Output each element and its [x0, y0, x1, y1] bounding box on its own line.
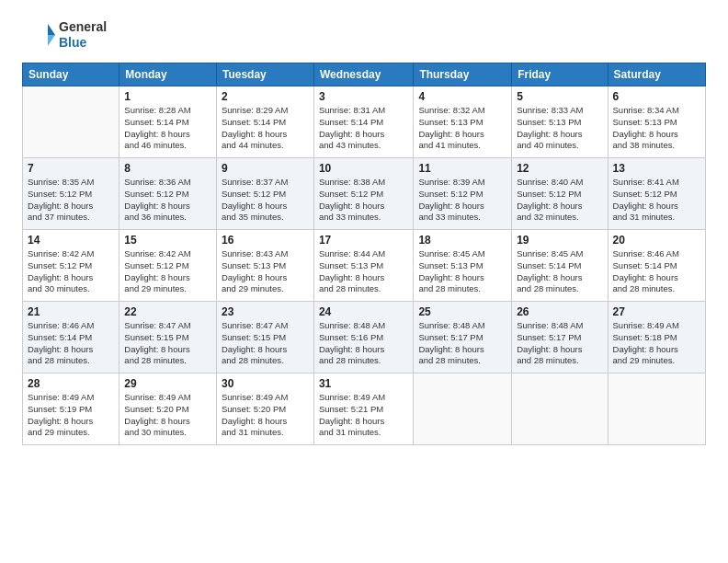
day-number: 2 [222, 90, 309, 103]
day-number: 28 [28, 377, 114, 390]
day-info: Sunrise: 8:46 AM Sunset: 5:14 PM Dayligh… [28, 320, 114, 367]
calendar-cell: 26Sunrise: 8:48 AM Sunset: 5:17 PM Dayli… [512, 302, 608, 373]
day-info: Sunrise: 8:44 AM Sunset: 5:13 PM Dayligh… [319, 248, 408, 295]
calendar-cell: 5Sunrise: 8:33 AM Sunset: 5:13 PM Daylig… [512, 86, 608, 158]
day-info: Sunrise: 8:40 AM Sunset: 5:12 PM Dayligh… [517, 177, 602, 224]
day-info: Sunrise: 8:41 AM Sunset: 5:12 PM Dayligh… [613, 177, 700, 224]
day-number: 26 [517, 305, 602, 318]
day-number: 14 [28, 234, 114, 247]
calendar-cell: 21Sunrise: 8:46 AM Sunset: 5:14 PM Dayli… [23, 302, 119, 373]
day-info: Sunrise: 8:46 AM Sunset: 5:14 PM Dayligh… [613, 248, 700, 295]
weekday-monday: Monday [119, 63, 217, 86]
calendar: SundayMondayTuesdayWednesdayThursdayFrid… [22, 63, 706, 445]
day-info: Sunrise: 8:48 AM Sunset: 5:16 PM Dayligh… [319, 320, 408, 367]
day-info: Sunrise: 8:49 AM Sunset: 5:19 PM Dayligh… [28, 392, 114, 439]
day-info: Sunrise: 8:37 AM Sunset: 5:12 PM Dayligh… [222, 177, 309, 224]
day-info: Sunrise: 8:32 AM Sunset: 5:13 PM Dayligh… [418, 105, 506, 152]
day-number: 16 [222, 234, 309, 247]
calendar-cell: 19Sunrise: 8:45 AM Sunset: 5:14 PM Dayli… [512, 230, 608, 302]
calendar-cell [512, 373, 608, 445]
calendar-cell: 4Sunrise: 8:32 AM Sunset: 5:13 PM Daylig… [414, 86, 512, 158]
calendar-cell: 24Sunrise: 8:48 AM Sunset: 5:16 PM Dayli… [313, 302, 413, 373]
day-info: Sunrise: 8:49 AM Sunset: 5:20 PM Dayligh… [124, 392, 211, 439]
calendar-cell: 6Sunrise: 8:34 AM Sunset: 5:13 PM Daylig… [608, 86, 705, 158]
day-number: 10 [319, 162, 408, 175]
day-number: 15 [124, 234, 211, 247]
calendar-cell: 12Sunrise: 8:40 AM Sunset: 5:12 PM Dayli… [512, 158, 608, 230]
calendar-cell: 22Sunrise: 8:47 AM Sunset: 5:15 PM Dayli… [119, 302, 217, 373]
day-info: Sunrise: 8:31 AM Sunset: 5:14 PM Dayligh… [319, 105, 408, 152]
day-info: Sunrise: 8:48 AM Sunset: 5:17 PM Dayligh… [517, 320, 602, 367]
day-info: Sunrise: 8:47 AM Sunset: 5:15 PM Dayligh… [124, 320, 211, 367]
day-info: Sunrise: 8:39 AM Sunset: 5:12 PM Dayligh… [418, 177, 506, 224]
day-number: 12 [517, 162, 602, 175]
calendar-cell [23, 86, 119, 158]
calendar-week-1: 7Sunrise: 8:35 AM Sunset: 5:12 PM Daylig… [23, 158, 706, 230]
calendar-header: SundayMondayTuesdayWednesdayThursdayFrid… [23, 63, 706, 86]
calendar-cell: 10Sunrise: 8:38 AM Sunset: 5:12 PM Dayli… [313, 158, 413, 230]
calendar-cell [414, 373, 512, 445]
calendar-cell: 27Sunrise: 8:49 AM Sunset: 5:18 PM Dayli… [608, 302, 705, 373]
day-info: Sunrise: 8:49 AM Sunset: 5:18 PM Dayligh… [613, 320, 700, 367]
day-info: Sunrise: 8:38 AM Sunset: 5:12 PM Dayligh… [319, 177, 408, 224]
calendar-cell: 17Sunrise: 8:44 AM Sunset: 5:13 PM Dayli… [313, 230, 413, 302]
day-number: 13 [613, 162, 700, 175]
day-number: 6 [613, 90, 700, 103]
logo-text-block: GeneralBlue [59, 19, 107, 51]
day-number: 4 [418, 90, 506, 103]
day-number: 20 [613, 234, 700, 247]
header: GeneralBlue [22, 18, 706, 52]
day-info: Sunrise: 8:42 AM Sunset: 5:12 PM Dayligh… [28, 248, 114, 295]
day-number: 31 [319, 377, 408, 390]
day-info: Sunrise: 8:36 AM Sunset: 5:12 PM Dayligh… [124, 177, 211, 224]
day-info: Sunrise: 8:43 AM Sunset: 5:13 PM Dayligh… [222, 248, 309, 295]
day-info: Sunrise: 8:49 AM Sunset: 5:20 PM Dayligh… [222, 392, 309, 439]
calendar-cell: 20Sunrise: 8:46 AM Sunset: 5:14 PM Dayli… [608, 230, 705, 302]
calendar-cell: 9Sunrise: 8:37 AM Sunset: 5:12 PM Daylig… [216, 158, 313, 230]
day-number: 7 [28, 162, 114, 175]
day-info: Sunrise: 8:49 AM Sunset: 5:21 PM Dayligh… [319, 392, 408, 439]
weekday-friday: Friday [512, 63, 608, 86]
weekday-saturday: Saturday [608, 63, 705, 86]
calendar-week-3: 21Sunrise: 8:46 AM Sunset: 5:14 PM Dayli… [23, 302, 706, 373]
calendar-cell: 2Sunrise: 8:29 AM Sunset: 5:14 PM Daylig… [216, 86, 313, 158]
day-number: 3 [319, 90, 408, 103]
weekday-wednesday: Wednesday [313, 63, 413, 86]
day-info: Sunrise: 8:34 AM Sunset: 5:13 PM Dayligh… [613, 105, 700, 152]
calendar-cell: 7Sunrise: 8:35 AM Sunset: 5:12 PM Daylig… [23, 158, 119, 230]
calendar-week-0: 1Sunrise: 8:28 AM Sunset: 5:14 PM Daylig… [23, 86, 706, 158]
day-number: 30 [222, 377, 309, 390]
calendar-week-2: 14Sunrise: 8:42 AM Sunset: 5:12 PM Dayli… [23, 230, 706, 302]
day-number: 1 [124, 90, 211, 103]
calendar-cell: 1Sunrise: 8:28 AM Sunset: 5:14 PM Daylig… [119, 86, 217, 158]
day-number: 24 [319, 305, 408, 318]
day-info: Sunrise: 8:45 AM Sunset: 5:13 PM Dayligh… [418, 248, 506, 295]
calendar-cell: 30Sunrise: 8:49 AM Sunset: 5:20 PM Dayli… [216, 373, 313, 445]
day-number: 21 [28, 305, 114, 318]
weekday-sunday: Sunday [23, 63, 119, 86]
calendar-cell: 23Sunrise: 8:47 AM Sunset: 5:15 PM Dayli… [216, 302, 313, 373]
day-number: 25 [418, 305, 506, 318]
day-info: Sunrise: 8:45 AM Sunset: 5:14 PM Dayligh… [517, 248, 602, 295]
day-info: Sunrise: 8:42 AM Sunset: 5:12 PM Dayligh… [124, 248, 211, 295]
weekday-header-row: SundayMondayTuesdayWednesdayThursdayFrid… [23, 63, 706, 86]
day-number: 27 [613, 305, 700, 318]
calendar-cell: 28Sunrise: 8:49 AM Sunset: 5:19 PM Dayli… [23, 373, 119, 445]
calendar-cell: 15Sunrise: 8:42 AM Sunset: 5:12 PM Dayli… [119, 230, 217, 302]
svg-marker-1 [48, 35, 55, 46]
page: GeneralBlue SundayMondayTuesdayWednesday… [0, 0, 728, 563]
day-number: 17 [319, 234, 408, 247]
day-number: 19 [517, 234, 602, 247]
logo: GeneralBlue [22, 18, 107, 52]
calendar-cell: 16Sunrise: 8:43 AM Sunset: 5:13 PM Dayli… [216, 230, 313, 302]
day-number: 18 [418, 234, 506, 247]
logo-general: General [59, 19, 107, 35]
day-number: 29 [124, 377, 211, 390]
day-info: Sunrise: 8:33 AM Sunset: 5:13 PM Dayligh… [517, 105, 602, 152]
weekday-thursday: Thursday [414, 63, 512, 86]
day-info: Sunrise: 8:29 AM Sunset: 5:14 PM Dayligh… [222, 105, 309, 152]
calendar-cell: 18Sunrise: 8:45 AM Sunset: 5:13 PM Dayli… [414, 230, 512, 302]
calendar-cell: 8Sunrise: 8:36 AM Sunset: 5:12 PM Daylig… [119, 158, 217, 230]
calendar-cell: 29Sunrise: 8:49 AM Sunset: 5:20 PM Dayli… [119, 373, 217, 445]
svg-marker-0 [48, 24, 55, 35]
